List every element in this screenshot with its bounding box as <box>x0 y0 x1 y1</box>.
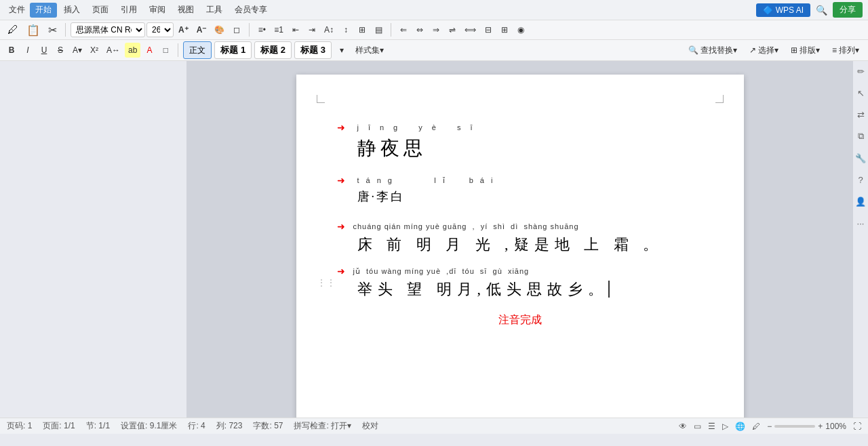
menu-review[interactable]: 审阅 <box>144 3 171 18</box>
title-section: ➜ jīng yè sī 静夜思 <box>337 122 703 161</box>
tools-icon[interactable]: 🔧 <box>854 152 867 164</box>
person-icon[interactable]: 👤 <box>854 195 867 207</box>
font-color2-btn[interactable]: A <box>142 43 157 58</box>
strikethrough-btn[interactable]: S <box>53 43 68 58</box>
more-icon[interactable]: ··· <box>854 217 867 229</box>
zoom-control: − + 100% <box>767 422 846 431</box>
list-icon: ≡ <box>832 45 837 55</box>
clear-format-btn[interactable]: ◻ <box>229 22 244 37</box>
cut-btn[interactable]: ✂ <box>45 22 60 37</box>
cursor-icon[interactable]: ↖ <box>854 87 867 99</box>
menu-file[interactable]: 文件 <box>5 3 28 18</box>
doc-container[interactable]: ➜ jīng yè sī 静夜思 ➜ táng lǐ bái 唐·李白 ➜ ch… <box>186 61 853 418</box>
font-decrease-btn[interactable]: A⁻ <box>193 22 210 37</box>
drag-handle[interactable]: ⋮⋮ <box>317 277 336 288</box>
title-bar: 文件 开始 插入 页面 引用 审阅 视图 工具 会员专享 🔷 WPS AI 🔍 … <box>0 0 868 20</box>
transform-icon[interactable]: ⇄ <box>854 108 867 121</box>
poem-author[interactable]: 唐·李白 <box>357 188 703 205</box>
spell-check[interactable]: 拼写检查: 打开▾ <box>294 420 351 432</box>
align-left-btn[interactable]: ⇐ <box>396 22 411 37</box>
table-btn[interactable]: ⊟ <box>481 22 496 37</box>
style-heading2-btn[interactable]: 标题 2 <box>254 41 292 59</box>
poem-title[interactable]: 静夜思 <box>357 136 703 161</box>
poem-line2[interactable]: 举头 望 明月,低头思故乡。 <box>357 279 703 300</box>
status-bar: 页码: 1 页面: 1/1 节: 1/1 设置值: 9.1厘米 行: 4 列: … <box>0 418 868 434</box>
menu-insert[interactable]: 插入 <box>58 3 85 18</box>
align-right-btn[interactable]: ⇒ <box>429 22 443 37</box>
poem-line1[interactable]: 床 前 明 月 光 ,疑是地 上 霜 。 <box>357 235 703 255</box>
highlight-color-btn[interactable]: 🎨 <box>211 22 228 37</box>
zoom-out-btn[interactable]: − <box>767 422 772 431</box>
text-large-btn[interactable]: A↕ <box>321 22 337 37</box>
line-spacing-btn[interactable]: ↕ <box>338 22 353 37</box>
outdent-btn[interactable]: ⇤ <box>288 22 303 37</box>
section-info: 节: 1/1 <box>86 420 110 432</box>
copy2-icon[interactable]: ⧉ <box>854 130 867 142</box>
indent-btn[interactable]: ⇥ <box>304 22 319 37</box>
pen2-icon[interactable]: 🖊 <box>752 422 760 431</box>
select-btn[interactable]: ↗ 选择▾ <box>745 41 783 59</box>
select-icon: ↗ <box>749 45 756 55</box>
proofread-btn[interactable]: 校对 <box>362 420 378 432</box>
align-center-btn[interactable]: ⇔ <box>412 22 427 37</box>
superscript-btn[interactable]: X² <box>87 43 102 58</box>
menu-tools[interactable]: 工具 <box>201 3 228 18</box>
list-btn[interactable]: ≡ 排列▾ <box>827 41 864 59</box>
format-btn[interactable]: 🖊 <box>4 22 22 37</box>
style-normal-btn[interactable]: 正文 <box>183 41 212 59</box>
globe-icon[interactable]: 🌐 <box>735 422 745 431</box>
bg-color-btn[interactable]: ab <box>125 43 140 58</box>
arrange-btn[interactable]: ⊞ 排版▾ <box>786 41 825 59</box>
wps-ai-icon: 🔷 <box>763 5 773 15</box>
search-icon[interactable]: 🔍 <box>816 5 827 16</box>
italic-btn[interactable]: I <box>20 43 35 58</box>
extra-btn[interactable]: ▤ <box>371 22 386 37</box>
menu-view[interactable]: 视图 <box>172 3 199 18</box>
style-more-btn[interactable]: ▾ <box>334 43 349 58</box>
play-icon[interactable]: ▷ <box>722 422 728 431</box>
border-btn[interactable]: □ <box>158 43 173 58</box>
list-view-icon[interactable]: ☰ <box>708 422 715 431</box>
numbered-list-btn[interactable]: ≡1 <box>271 22 287 37</box>
zoom-slider[interactable] <box>774 425 815 428</box>
arrow-icon-2: ➜ <box>337 175 347 186</box>
font-name-select[interactable]: 思源黑体 CN Regu <box>71 22 145 37</box>
menu-start[interactable]: 开始 <box>30 3 57 18</box>
align-dist-btn[interactable]: ⟺ <box>461 22 479 37</box>
line1-pinyin: chuáng qián míng yuè guāng , yí shì dì s… <box>353 222 579 230</box>
bullet-list-btn[interactable]: ≡• <box>254 22 269 37</box>
style-set-btn[interactable]: 样式集▾ <box>352 43 387 58</box>
sep1 <box>65 23 66 37</box>
menu-member[interactable]: 会员专享 <box>229 3 273 18</box>
fit-window-btn[interactable]: ⛶ <box>853 422 861 431</box>
menu-bar: 文件 开始 插入 页面 引用 审阅 视图 工具 会员专享 <box>5 3 273 18</box>
arrow-icon-1: ➜ <box>337 122 347 133</box>
table2-btn[interactable]: ⊞ <box>497 22 512 37</box>
share-button[interactable]: 分享 <box>833 2 863 18</box>
title-pinyin-line: ➜ jīng yè sī <box>337 122 703 133</box>
page-view-icon[interactable]: ▭ <box>694 422 701 431</box>
font-increase-btn[interactable]: A⁺ <box>175 22 192 37</box>
column-btn[interactable]: ⊞ <box>355 22 370 37</box>
eye-icon[interactable]: 👁 <box>679 422 687 431</box>
search-icon: 🔍 <box>688 45 698 55</box>
menu-reference[interactable]: 引用 <box>115 3 142 18</box>
font-size-select[interactable]: 26 <box>146 22 174 37</box>
find-replace-btn[interactable]: 🔍 查找替换▾ <box>684 41 742 59</box>
menu-page[interactable]: 页面 <box>87 3 114 18</box>
doc-page: ➜ jīng yè sī 静夜思 ➜ táng lǐ bái 唐·李白 ➜ ch… <box>296 75 744 418</box>
char-spacing-btn[interactable]: A↔ <box>103 43 123 58</box>
misc-btn[interactable]: ◉ <box>513 22 528 37</box>
wps-ai-button[interactable]: 🔷 WPS AI <box>756 3 810 17</box>
style-heading1-btn[interactable]: 标题 1 <box>214 41 252 59</box>
underline-btn[interactable]: U <box>37 43 52 58</box>
pen-icon[interactable]: ✏ <box>854 65 867 77</box>
copy-btn[interactable]: 📋 <box>23 22 43 37</box>
zoom-in-btn[interactable]: + <box>818 422 823 431</box>
question-icon[interactable]: ? <box>854 174 867 186</box>
bold-btn[interactable]: B <box>4 43 19 58</box>
page-num: 页码: 1 <box>7 420 32 432</box>
font-color-btn[interactable]: A▾ <box>69 43 85 58</box>
align-justify-btn[interactable]: ⇌ <box>445 22 460 37</box>
style-heading3-btn[interactable]: 标题 3 <box>294 41 332 59</box>
